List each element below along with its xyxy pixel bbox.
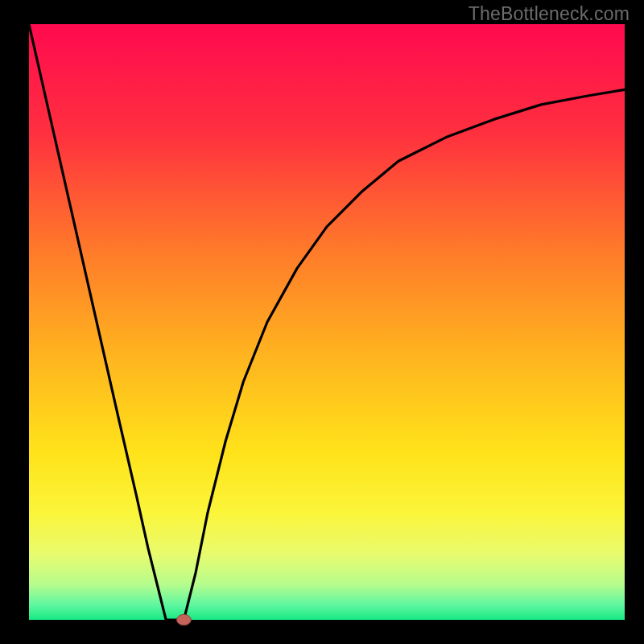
plot-area: [29, 24, 625, 620]
watermark-text: TheBottleneck.com: [469, 3, 630, 25]
min-marker: [177, 614, 192, 625]
chart-frame: TheBottleneck.com: [0, 0, 644, 644]
bottleneck-chart: [0, 0, 644, 644]
